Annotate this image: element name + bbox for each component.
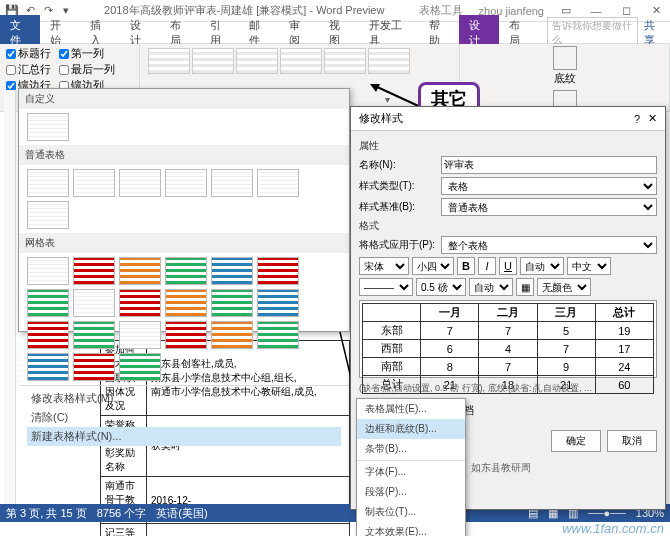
- extra-text: 如东县教研周: [471, 461, 531, 475]
- dialog-close-icon[interactable]: ✕: [648, 112, 657, 125]
- gallery-new[interactable]: 新建表格样式(N)...: [27, 427, 341, 446]
- lbl-apply: 将格式应用于(P):: [359, 238, 437, 252]
- gallery-clear[interactable]: 清除(C): [27, 408, 341, 427]
- menu-text-effects[interactable]: 文本效果(E)...: [357, 522, 465, 536]
- section-properties: 属性: [359, 139, 657, 153]
- gallery-section-grid: 网格表: [19, 233, 349, 253]
- select-lang[interactable]: 中文: [567, 257, 611, 275]
- style-thumb[interactable]: [27, 201, 69, 229]
- gallery-section-custom: 自定义: [19, 89, 349, 109]
- chk-first-col[interactable]: 第一列: [59, 46, 115, 61]
- style-thumb[interactable]: [165, 257, 207, 285]
- lbl-type: 样式类型(T):: [359, 179, 437, 193]
- menu-tabs[interactable]: 制表位(T)...: [357, 502, 465, 522]
- select-line-color[interactable]: 自动: [469, 278, 513, 296]
- lbl-base: 样式基准(B):: [359, 200, 437, 214]
- chk-last-col[interactable]: 最后一列: [59, 62, 115, 77]
- ribbon-tabs: 文件 开始 插入 设计 布局 引用 邮件 审阅 视图 开发工具 帮助 设计 布局…: [0, 22, 670, 44]
- gallery-section-plain: 普通表格: [19, 145, 349, 165]
- style-thumb[interactable]: [27, 169, 69, 197]
- style-thumb[interactable]: [73, 321, 115, 349]
- ok-button[interactable]: 确定: [551, 430, 601, 452]
- style-thumb[interactable]: [73, 289, 115, 317]
- menu-paragraph[interactable]: 段落(P)...: [357, 482, 465, 502]
- menu-banding[interactable]: 条带(B)...: [357, 439, 465, 459]
- style-thumb[interactable]: [257, 169, 299, 197]
- style-thumb[interactable]: [27, 257, 69, 285]
- italic-button[interactable]: I: [478, 257, 496, 275]
- underline-button[interactable]: U: [499, 257, 517, 275]
- bucket-icon: [553, 46, 577, 70]
- style-thumb[interactable]: [257, 289, 299, 317]
- style-thumb[interactable]: [280, 48, 322, 74]
- style-thumb[interactable]: [165, 289, 207, 317]
- select-color[interactable]: 自动: [520, 257, 564, 275]
- style-thumb[interactable]: [192, 48, 234, 74]
- cancel-button[interactable]: 取消: [607, 430, 657, 452]
- select-apply[interactable]: 整个表格: [441, 236, 657, 254]
- style-thumb[interactable]: [211, 257, 253, 285]
- style-thumb[interactable]: [119, 257, 161, 285]
- style-thumb[interactable]: [211, 169, 253, 197]
- chk-header-row[interactable]: 标题行: [6, 46, 51, 61]
- select-size[interactable]: 小四: [412, 257, 454, 275]
- vertical-ruler: [4, 90, 16, 510]
- border-preset-icon[interactable]: ▦: [516, 278, 534, 296]
- style-thumb[interactable]: [27, 321, 69, 349]
- style-thumb[interactable]: [211, 289, 253, 317]
- style-thumb[interactable]: [119, 169, 161, 197]
- style-thumb[interactable]: [324, 48, 366, 74]
- table-row: 记三等功2016-01-: [101, 524, 350, 537]
- menu-table-props[interactable]: 表格属性(E)...: [357, 399, 465, 419]
- style-thumb[interactable]: [27, 289, 69, 317]
- style-thumb[interactable]: [73, 257, 115, 285]
- style-preview: 一月二月三月总计 东部77519 西部64717 南部87924 总计21182…: [359, 300, 657, 378]
- lbl-name: 名称(N):: [359, 158, 437, 172]
- style-thumb[interactable]: [119, 353, 161, 381]
- select-weight[interactable]: 0.5 磅: [416, 278, 466, 296]
- menu-font[interactable]: 字体(F)...: [357, 462, 465, 482]
- shading-button[interactable]: 底纹: [466, 46, 663, 86]
- status-page[interactable]: 第 3 页, 共 15 页: [6, 506, 87, 521]
- style-thumb[interactable]: [148, 48, 190, 74]
- select-base[interactable]: 普通表格: [441, 198, 657, 216]
- menu-borders-shading[interactable]: 边框和底纹(B)...: [357, 419, 465, 439]
- dialog-help-icon[interactable]: ?: [634, 113, 640, 125]
- select-font[interactable]: 宋体: [359, 257, 409, 275]
- style-thumb[interactable]: [165, 169, 207, 197]
- status-lang[interactable]: 英语(美国): [156, 506, 207, 521]
- gallery-modify[interactable]: 修改表格样式(M)...: [27, 389, 341, 408]
- watermark: www.1fan.com.cn: [562, 521, 664, 536]
- style-thumb[interactable]: [27, 353, 69, 381]
- status-words[interactable]: 8756 个字: [97, 506, 147, 521]
- table-style-gallery-popup: 自定义 普通表格 网格表 修改表格样式(M)... 清除(C) 新建表格样式(N…: [18, 88, 350, 332]
- style-thumb[interactable]: [27, 113, 69, 141]
- select-type[interactable]: 表格: [441, 177, 657, 195]
- style-thumb[interactable]: [211, 321, 253, 349]
- dialog-title: 修改样式: [359, 111, 634, 126]
- style-thumb[interactable]: [165, 321, 207, 349]
- style-thumb[interactable]: [368, 48, 410, 74]
- bold-button[interactable]: B: [457, 257, 475, 275]
- chk-total-row[interactable]: 汇总行: [6, 62, 51, 77]
- style-thumb[interactable]: [119, 289, 161, 317]
- style-thumb[interactable]: [73, 169, 115, 197]
- input-name[interactable]: [441, 156, 657, 174]
- style-description: (缺省:点,自动设置, 0.5 磅 行宽), 底纹:(缺省:点,自动设置, ..…: [359, 382, 657, 395]
- format-submenu: 表格属性(E)... 边框和底纹(B)... 条带(B)... 字体(F)...…: [356, 398, 466, 536]
- style-thumb[interactable]: [236, 48, 278, 74]
- select-fill[interactable]: 无颜色: [537, 278, 591, 296]
- style-thumb[interactable]: [257, 257, 299, 285]
- style-thumb[interactable]: [73, 353, 115, 381]
- style-thumb[interactable]: [257, 321, 299, 349]
- style-thumb[interactable]: [119, 321, 161, 349]
- section-format: 格式: [359, 219, 657, 233]
- select-line[interactable]: ———: [359, 278, 413, 296]
